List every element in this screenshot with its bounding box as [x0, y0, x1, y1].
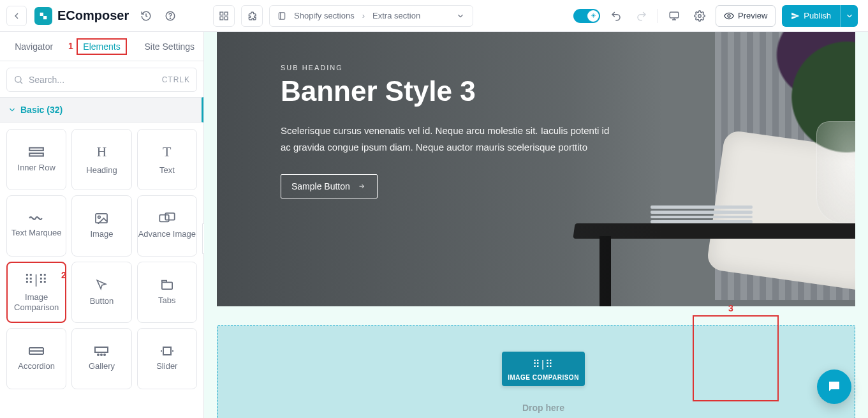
svg-point-20 [101, 354, 102, 355]
tab-navigator-label: Navigator [15, 41, 53, 52]
svg-rect-17 [162, 283, 172, 290]
svg-rect-12 [29, 153, 43, 156]
tabs-icon [160, 279, 174, 290]
search-input[interactable]: Search... CTRLK [6, 68, 197, 92]
banner-button-label: Sample Button [291, 181, 350, 191]
svg-point-14 [98, 216, 101, 219]
element-label: Button [90, 296, 114, 306]
canvas[interactable]: SUB HEADING Banner Style 3 Scelerisque c… [204, 32, 868, 418]
element-label: Accordion [18, 361, 55, 371]
svg-rect-6 [279, 12, 284, 19]
puzzle-icon [247, 11, 257, 21]
chevron-down-icon [845, 11, 854, 20]
tab-navigator[interactable]: Navigator [0, 32, 68, 61]
topbar-right: ☀ Preview Publish [563, 5, 868, 27]
element-advance-image[interactable]: Advance Image [137, 195, 197, 257]
element-inner-row[interactable]: Inner Row [6, 129, 66, 190]
layout-grid-button[interactable] [213, 5, 235, 27]
divider [658, 9, 658, 23]
element-gallery[interactable]: Gallery [71, 328, 131, 389]
device-button[interactable] [665, 6, 684, 26]
element-text[interactable]: T Text [137, 129, 197, 190]
theme-toggle[interactable]: ☀ [573, 9, 600, 23]
dropzone[interactable]: ⠿|⠿ IMAGE COMPARISON Drop here [217, 325, 855, 418]
element-tabs[interactable]: Tabs [137, 262, 197, 323]
element-label: Tabs [158, 295, 175, 306]
drop-here-label: Drop here [502, 403, 585, 413]
topbar-left: EComposer [0, 6, 204, 26]
banner-subheading[interactable]: SUB HEADING [281, 64, 612, 71]
gear-icon [694, 10, 705, 22]
app-logo[interactable]: EComposer [32, 7, 131, 25]
svg-rect-18 [95, 347, 108, 352]
image-icon [94, 213, 108, 224]
banner-title[interactable]: Banner Style 3 [281, 75, 612, 107]
element-label: Text [159, 165, 175, 175]
wave-icon [28, 214, 45, 223]
element-slider[interactable]: Slider [137, 328, 197, 389]
publish-label: Publish [804, 11, 831, 20]
back-button[interactable] [6, 6, 27, 26]
element-accordion[interactable]: Accordion [6, 328, 66, 389]
element-image[interactable]: Image [71, 195, 131, 257]
svg-rect-11 [29, 148, 43, 151]
tab-elements-label: Elements [77, 38, 126, 55]
svg-point-19 [98, 354, 99, 355]
element-image-comparison[interactable]: ⠿|⠿ Image Comparison [6, 262, 66, 323]
tab-site-settings[interactable]: Site Settings [136, 32, 203, 61]
preview-label: Preview [738, 11, 767, 20]
drop-inner: ⠿|⠿ IMAGE COMPARISON Drop here [502, 352, 585, 413]
accordion-icon [28, 346, 45, 356]
svg-point-21 [104, 354, 105, 355]
banner-section[interactable]: SUB HEADING Banner Style 3 Scelerisque c… [217, 32, 855, 306]
element-label: Advance Image [138, 229, 196, 239]
element-text-marquee[interactable]: Text Marquee [6, 195, 66, 257]
history-button[interactable] [136, 6, 156, 26]
chat-fab[interactable] [817, 369, 851, 404]
undo-button[interactable] [607, 6, 626, 26]
tab-site-settings-label: Site Settings [145, 41, 195, 52]
svg-rect-3 [224, 12, 228, 15]
redo-icon [636, 10, 647, 22]
element-button[interactable]: Button [71, 262, 131, 323]
svg-rect-5 [224, 17, 228, 20]
publish-button[interactable]: Publish [782, 5, 840, 27]
svg-rect-16 [165, 213, 174, 220]
preview-button[interactable]: Preview [716, 5, 776, 27]
advance-image-icon [159, 213, 175, 224]
sun-icon: ☀ [587, 10, 599, 22]
chat-icon [827, 379, 842, 394]
chevron-down-icon [8, 105, 17, 114]
settings-button[interactable] [690, 6, 709, 26]
breadcrumb-section: Shopify sections [294, 11, 355, 20]
gallery-icon [94, 346, 109, 356]
heading-icon: H [97, 144, 107, 160]
svg-point-8 [698, 14, 702, 17]
sidebar-tabs: Navigator Elements Site Settings [0, 32, 203, 61]
compare-icon: ⠿|⠿ [507, 358, 580, 370]
element-heading[interactable]: H Heading [71, 129, 131, 190]
banner-sample-button[interactable]: Sample Button [281, 174, 378, 198]
elements-grid: Inner Row H Heading T Text Text Marquee … [0, 123, 203, 389]
app-name: EComposer [57, 8, 129, 23]
group-basic-toggle[interactable]: Basic (32) [0, 97, 203, 123]
extensions-button[interactable] [241, 5, 263, 27]
publish-caret-button[interactable] [840, 5, 858, 27]
grid-icon [219, 11, 229, 21]
tab-elements[interactable]: Elements [68, 32, 135, 61]
drag-preview-badge[interactable]: ⠿|⠿ IMAGE COMPARISON [502, 352, 585, 386]
send-icon [791, 11, 800, 20]
undo-icon [610, 10, 622, 22]
search-icon [13, 75, 24, 85]
redo-button[interactable] [632, 6, 651, 26]
element-label: Image Comparison [8, 292, 65, 312]
element-label: Text Marquee [11, 228, 62, 238]
breadcrumb-page: Extra section [372, 11, 420, 20]
group-basic-label: Basic (32) [20, 105, 63, 115]
search-kbd: CTRLK [162, 75, 190, 84]
breadcrumb[interactable]: Shopify sections › Extra section [269, 5, 473, 27]
history-icon [140, 10, 152, 22]
help-button[interactable] [161, 6, 180, 26]
svg-rect-22 [163, 347, 171, 355]
banner-description[interactable]: Scelerisque cursus venenatis vel id. Neq… [281, 123, 612, 155]
